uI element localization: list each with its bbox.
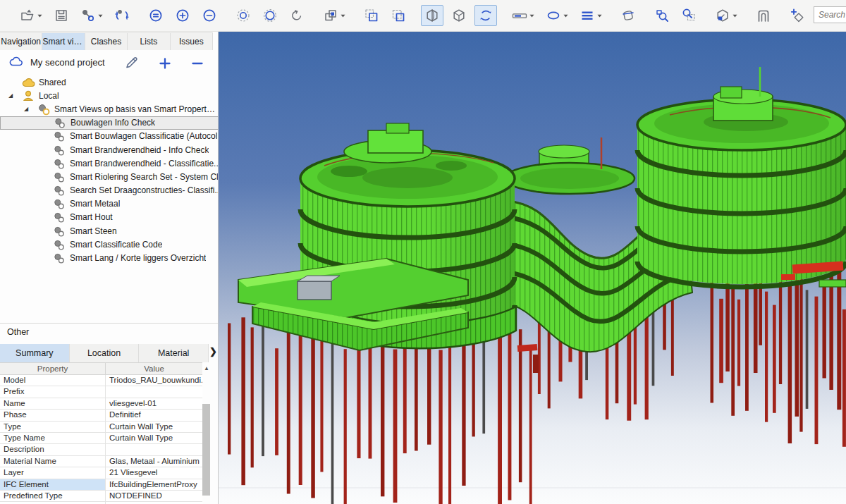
pile [725,281,730,371]
models-button[interactable] [319,5,349,26]
viewport-3d[interactable] [219,32,846,504]
select-similar-button[interactable] [387,5,410,26]
annotate-ellipse-button[interactable] [542,5,572,26]
perspective-cube-button[interactable] [448,5,470,26]
tab-navigation[interactable]: Navigation [0,32,42,50]
pile [262,314,264,456]
property-cell: Material Name [0,456,106,467]
tree-item[interactable]: Search Set Draagconstructies- Classifi..… [0,184,219,197]
pile [795,273,799,417]
smart-view-icon [52,197,65,210]
tree-item[interactable]: Smart Hout [0,211,219,224]
link-model-button[interactable] [77,5,106,26]
pile [344,349,347,504]
tab-lists[interactable]: Lists [128,32,170,50]
zoom-fit-button[interactable] [145,5,167,26]
section-box-button[interactable] [752,5,775,26]
caret-down-icon[interactable] [98,14,103,18]
table-row[interactable]: IFC ElementIfcBuildingElementProxy [0,479,202,491]
edit-project-button[interactable] [123,55,139,70]
tree-item[interactable]: Smart Classificatie Code [0,238,219,251]
tab-clashes[interactable]: Clashes [85,32,128,50]
tree-item[interactable]: Smart Steen [0,224,219,238]
tree-item[interactable]: Smart Brandwerendheid - Classificatie... [0,156,219,170]
property-table-scrollbar: ▲ ▼ [202,363,212,504]
zoom-selected-button[interactable] [651,5,673,26]
property-cell: IFC Element [0,479,106,490]
zoom-in-button[interactable] [171,5,194,26]
orbit-icon [478,8,494,23]
tree-item[interactable]: Smart Riolering Search Set - System Cl..… [0,170,219,183]
smart-view-icon [52,184,65,197]
table-row[interactable]: Material NameGlas, Metaal - Aluminium [0,456,202,467]
tree-item[interactable]: ◢Local [0,89,219,102]
split-view-button[interactable] [421,5,443,26]
table-row[interactable]: TypeCurtain Wall Type [0,422,202,433]
tree-expand-arrow-icon[interactable]: ◢ [24,106,28,112]
tabs-overflow-button[interactable]: ❯ [209,346,217,357]
pile [799,273,802,432]
zoom-out-button[interactable] [198,5,221,26]
caret-down-icon[interactable] [341,14,345,18]
reload-model-button[interactable] [111,5,133,26]
table-row[interactable]: PhaseDefinitief [0,410,202,421]
tree-item[interactable]: Smart Bouwlagen Classificatie (Autocol..… [0,130,219,143]
tree-item-label: Smart Hout [70,212,113,222]
table-row[interactable]: Layer21 Vliesgevel [0,467,202,479]
tree-item[interactable]: Smart Metaal [0,197,219,211]
caret-down-icon[interactable] [563,14,568,18]
pile [403,342,407,453]
line-style-button[interactable] [576,5,606,26]
pile [311,320,315,498]
search-input[interactable] [814,6,846,23]
table-row[interactable]: Prefix [0,386,202,398]
reset-view-button[interactable] [286,5,308,26]
select-icon [364,8,379,23]
caret-down-icon[interactable] [37,14,42,18]
zoom-rectangle-button[interactable] [678,5,700,26]
tab-issues[interactable]: Issues [171,32,213,50]
table-row[interactable]: ModelTriodos_RAU_bouwkundi... [0,375,202,386]
measure-button[interactable] [508,5,538,26]
tab-material[interactable]: Material [139,344,209,362]
hide-isolate-button[interactable] [711,5,741,26]
value-cell: Definitief [106,410,202,420]
pile [508,333,512,500]
save-button[interactable] [50,5,73,26]
add-selection-button[interactable] [786,5,809,26]
smart-view-icon [52,211,65,223]
table-row[interactable]: Description [0,444,202,455]
caret-down-icon[interactable] [732,14,737,18]
zoom-out-icon [202,8,217,23]
add-smartview-button[interactable] [157,56,171,70]
scrollbar-thumb[interactable] [202,404,210,496]
table-row[interactable]: Type NameCurtain Wall Type [0,433,202,444]
toolbar-group [709,5,743,26]
orbit-button[interactable] [474,5,497,26]
remove-smartview-button[interactable] [190,56,204,70]
highlight-large-button[interactable] [259,5,281,26]
tree-item[interactable]: ◢Smart Views op basis van Smart Properti… [0,102,219,116]
tree-item[interactable]: Smart Lang / Korte liggers Overzicht [0,251,219,264]
project-header: My second project [0,51,219,74]
caret-down-icon[interactable] [597,14,602,18]
select-button[interactable] [360,5,383,26]
scroll-up-button[interactable]: ▲ [202,363,212,373]
tab-smart-vie[interactable]: Smart vie... [42,32,85,50]
caret-down-icon[interactable] [529,14,534,18]
table-row[interactable]: Namevliesgevel-01 [0,398,202,410]
tree-item-label: Search Set Draagconstructies- Classifi..… [70,185,219,195]
tree-item[interactable]: Shared [0,75,219,89]
value-cell: Glas, Metaal - Aluminium [106,456,202,467]
highlight-small-button[interactable] [232,5,255,26]
open-file-button[interactable] [16,5,46,26]
tree-item[interactable]: Smart Brandwerendheid - Info Check [0,143,219,156]
tab-summary[interactable]: Summary [0,344,70,362]
tree-item[interactable]: Bouwlagen Info Check [0,116,219,130]
save-icon [54,8,69,23]
tab-location[interactable]: Location [70,344,140,362]
table-row[interactable]: Predefined TypeNOTDEFINED [0,491,202,502]
annotate-ellipse-icon [546,8,561,23]
clip-plane-button[interactable] [617,5,639,26]
tree-expand-arrow-icon[interactable]: ◢ [8,92,13,99]
